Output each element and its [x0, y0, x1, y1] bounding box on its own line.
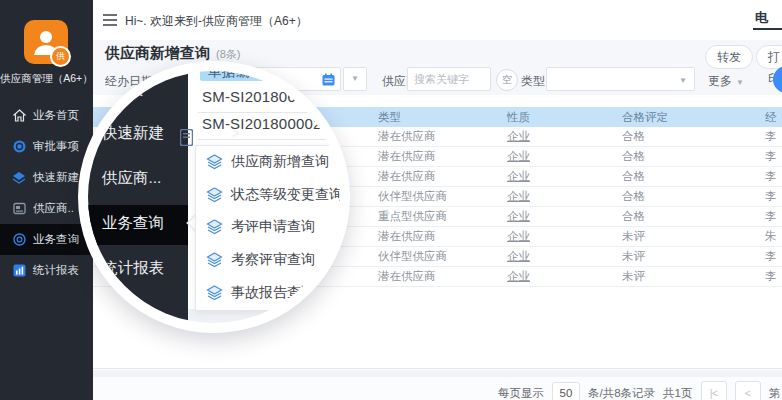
assessment-cell: 合格	[622, 189, 765, 204]
stack-icon	[206, 187, 223, 203]
record-count: (8条)	[216, 48, 240, 60]
print-button[interactable]: 打印	[756, 45, 782, 69]
sidebar-item-label: 供应商..	[33, 201, 74, 216]
search-input[interactable]	[407, 67, 491, 91]
supplier-icon	[12, 202, 26, 216]
per-page-input[interactable]: 50	[552, 382, 580, 400]
assessment-cell: 合格	[622, 169, 765, 184]
sidebar-item-label: 业务查询	[33, 232, 79, 247]
nature-cell[interactable]: 企业	[507, 189, 622, 204]
supplier-management-app: 供 供应商管理（A6+） 业务首页审批事项快速新建供应商..业务查询统计报表 H…	[0, 0, 782, 400]
magnified-item-label: 快速新建	[102, 123, 164, 144]
first-page-button[interactable]: |<	[701, 381, 727, 400]
calendar-icon	[322, 73, 335, 86]
type-cell: 潜在供应商	[378, 129, 507, 144]
magnified-item-label: 业务查询	[102, 213, 164, 234]
submenu-item-label: 考察评审查询	[231, 251, 315, 269]
sidebar-item-4[interactable]: 业务查询	[0, 224, 93, 255]
submenu-item-1[interactable]: 状态等级变更查询	[196, 179, 344, 212]
total-pages-label: 共1页	[663, 386, 692, 400]
assessment-cell: 未评	[622, 229, 765, 244]
prev-page-button[interactable]: <	[735, 381, 761, 400]
forward-button[interactable]: 转发	[705, 45, 753, 69]
topbar: Hi~. 欢迎来到-供应商管理（A6+） 电	[93, 0, 782, 41]
column-header[interactable]: 性质	[507, 110, 622, 125]
sidebar-item-1[interactable]: 审批事项	[0, 131, 93, 162]
sidebar-item-0[interactable]: 业务首页	[0, 100, 93, 131]
submenu-item-label: 事故报告查询	[231, 284, 315, 302]
app-title: 供应商管理（A6+）	[0, 72, 93, 86]
sidebar-item-5[interactable]: 统计报表	[0, 255, 93, 286]
type-cell: 潜在供应商	[378, 149, 507, 164]
divider	[198, 139, 340, 140]
clear-button[interactable]: 空	[496, 69, 518, 91]
quick-create-icon	[12, 171, 26, 185]
nature-cell[interactable]: 企业	[507, 249, 622, 264]
magnifier-circle: 事项 快速新建>供应商...>业务查询>统计报表> 单据编号 SM-SI2018…	[78, 61, 350, 333]
query-icon	[12, 233, 26, 247]
report-icon	[12, 264, 26, 278]
footer-divider	[93, 370, 782, 377]
topbar-right-tab[interactable]: 电	[755, 9, 768, 27]
more-button[interactable]: 更多▼	[708, 73, 744, 90]
total-records-label: 条/共8条记录	[588, 386, 655, 400]
submenu-item-3[interactable]: 考察评审查询	[196, 244, 344, 277]
handler-cell: 李	[765, 249, 782, 264]
handler-cell: 李	[765, 149, 782, 164]
handler-cell: 李	[765, 209, 782, 224]
page-prefix-label: 第	[769, 386, 781, 400]
nature-cell[interactable]: 企业	[507, 149, 622, 164]
assessment-cell: 未评	[622, 269, 765, 284]
assessment-cell: 合格	[622, 149, 765, 164]
submenu-item-2[interactable]: 考评申请查询	[196, 211, 344, 244]
handler-cell: 李	[765, 189, 782, 204]
assessment-cell: 合格	[622, 129, 765, 144]
app-logo[interactable]: 供	[24, 20, 68, 64]
stack-icon	[206, 285, 223, 301]
assessment-cell: 合格	[622, 209, 765, 224]
welcome-text: Hi~. 欢迎来到-供应商管理（A6+）	[125, 13, 308, 30]
stack-icon	[206, 219, 223, 235]
submenu-item-label: 考评申请查询	[231, 218, 315, 236]
divider	[198, 112, 340, 113]
sidebar-item-label: 快速新建	[33, 170, 79, 185]
hamburger-menu-icon[interactable]	[103, 14, 117, 29]
assessment-cell: 未评	[622, 249, 765, 264]
per-page-label: 每页显示	[498, 386, 544, 400]
magnified-doc-number[interactable]: SM-SI20180000	[202, 88, 313, 105]
document-icon-fragment	[180, 129, 193, 146]
type-filter-label: 类型	[521, 73, 545, 90]
submenu-item-0[interactable]: 供应商新增查询	[196, 146, 344, 179]
more-label: 更多	[708, 74, 732, 88]
nature-cell[interactable]: 企业	[507, 229, 622, 244]
type-select[interactable]: ▼	[546, 67, 695, 91]
page-title-text: 供应商新增查询	[105, 44, 210, 61]
pagination: 每页显示 50 条/共8条记录 共1页 |< < 第 1 页	[498, 381, 782, 400]
column-header[interactable]: 经	[765, 110, 782, 125]
stack-icon	[206, 252, 223, 268]
sidebar-item-label: 业务首页	[33, 108, 79, 123]
chevron-down-icon: ▼	[736, 78, 744, 87]
nature-cell[interactable]: 企业	[507, 209, 622, 224]
handler-cell: 朱	[765, 229, 782, 244]
nature-cell[interactable]: 企业	[507, 169, 622, 184]
nature-cell[interactable]: 企业	[507, 269, 622, 284]
home-icon	[12, 109, 26, 123]
handler-cell: 李	[765, 169, 782, 184]
submenu-item-label: 供应商新增查询	[231, 153, 329, 171]
handler-cell: 李	[765, 129, 782, 144]
sidebar-item-label: 统计报表	[33, 263, 79, 278]
sidebar-item-label: 审批事项	[33, 139, 79, 154]
column-header[interactable]: 类型	[378, 110, 507, 125]
type-cell: 伙伴型供应商	[378, 249, 507, 264]
handler-cell: 李	[765, 269, 782, 284]
stack-icon	[206, 154, 223, 170]
type-cell: 潜在供应商	[378, 269, 507, 284]
nature-cell[interactable]: 企业	[507, 129, 622, 144]
submenu-item-label: 状态等级变更查询	[231, 186, 343, 204]
footer-bar: 每页显示 50 条/共8条记录 共1页 |< < 第 1 页	[93, 368, 782, 400]
magnified-doc-number[interactable]: SM-SI201800002	[202, 115, 322, 132]
column-header[interactable]: 合格评定	[622, 110, 765, 125]
magnified-item-label: 统计报表	[102, 258, 164, 279]
date-dropdown-button[interactable]: ▼	[343, 67, 367, 91]
